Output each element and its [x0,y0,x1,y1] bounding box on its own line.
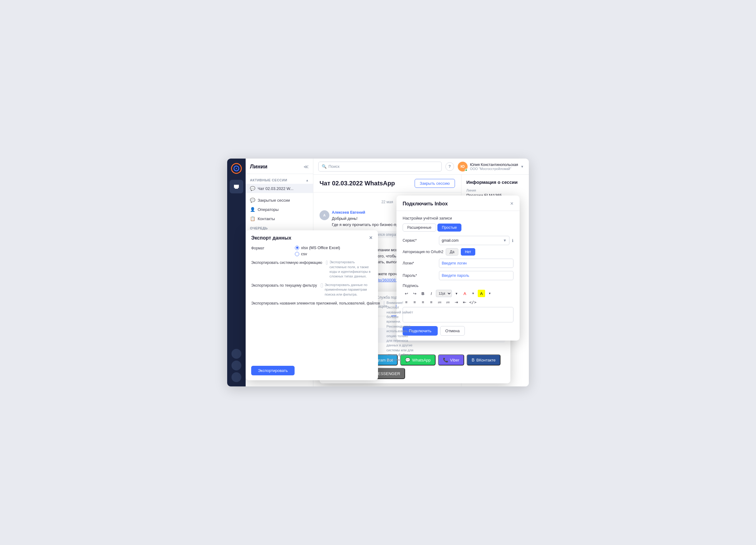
user-details: Юлия Константинопольская ООО "Мосгосстро… [470,163,518,171]
password-label: Пароль* [403,273,436,278]
redo-button[interactable]: ↪ [411,290,418,297]
operators-icon: 👤 [250,207,255,212]
sidebar-item-lines[interactable] [230,180,243,193]
signature-label: Подпись [403,283,513,288]
svg-point-2 [236,168,237,169]
left-panel-title: Линии [250,163,267,170]
export-modal-close[interactable]: × [369,235,372,241]
chat-title: Чат 02.03.2022 WhatsApp [320,180,395,187]
oauth-toggle: Да Нет [446,248,475,256]
online-dot [465,169,468,172]
system-info-checkbox[interactable] [326,260,328,265]
chevron-small-icon[interactable]: ▼ [469,290,477,297]
login-placeholder: Введите логин [442,261,467,265]
viber-icon: 📞 [443,357,448,362]
inbox-modal[interactable]: Подключить Inbox × Настройки учётной зап… [396,196,520,341]
service-row: Сервис* gmail.com ▼ ℹ [403,236,513,245]
font-color-button[interactable]: A [461,290,468,297]
export-modal-title: Экспорт данных [251,235,291,241]
messenger-btn-viber[interactable]: 📞 Viber [438,354,464,365]
outdent-button[interactable]: ⇤ [461,298,468,306]
highlight-button[interactable]: A [478,290,485,297]
password-placeholder: Введите пароль [442,273,469,278]
current-filter-hint: Экспортировать данные по применённым пар… [325,283,372,297]
avatar: Ю [458,162,468,172]
tab-advanced[interactable]: Расширенные [403,224,436,232]
user-info[interactable]: Ю Юлия Константинопольская ООО "Мосгосст… [458,162,524,172]
format-xlsx[interactable]: xlsx (MS Office Excel) [295,245,340,250]
format-options: xlsx (MS Office Excel) csv [295,245,340,256]
system-info-options: Экспортировать системные поля, а также к… [326,260,372,279]
names-options: Внимание! Экспорт названий займёт больше… [384,301,414,362]
service-field[interactable]: gmail.com ▼ [439,236,509,245]
bold-button[interactable]: B [419,290,427,297]
editor-second-row: ≡ ≡ ≡ ≡ ≔ ≔ ⇥ ⇤ </> [403,298,513,306]
indent-button[interactable]: ⇥ [452,298,460,306]
inbox-modal-header: Подключить Inbox × [396,196,520,211]
chat-icon: 💬 [250,186,255,191]
names-checkbox[interactable] [384,301,384,305]
ul-button[interactable]: ≔ [436,298,443,306]
align-right-button[interactable]: ≡ [419,298,427,306]
operators-label: Операторы [258,207,279,212]
service-info-icon: ℹ [512,238,513,243]
format-csv[interactable]: csv [295,252,340,256]
messenger-btn-vk[interactable]: В ВКонтакте [467,354,501,365]
font-size-select[interactable]: 12pt [436,290,452,297]
password-row: Пароль* Введите пароль [403,271,513,280]
closed-sessions-icon: 💬 [250,198,255,203]
sidebar-avatar-group [231,349,241,382]
user-company: ООО "Мосгосстройломай" [470,167,518,171]
contacts-item[interactable]: 📋 Контакты [246,214,313,223]
contacts-label: Контакты [258,216,275,221]
highlight-chevron-icon[interactable]: ▼ [486,290,493,297]
chevron-down-icon[interactable]: ▼ [453,290,460,297]
help-button[interactable]: ? [445,162,454,171]
inbox-modal-close[interactable]: × [510,200,513,207]
password-field[interactable]: Введите пароль [439,271,513,280]
left-panel-header: Линии ≪ [246,159,313,174]
cancel-button[interactable]: Отмена [440,326,465,336]
names-label: Экспортировать названия элементов прилож… [251,301,380,305]
chat-item-0[interactable]: 💬 Чат 02.03.2022 W... [246,184,313,193]
user-chevron-icon: ▼ [521,165,524,168]
inbox-tab-row: Расширенные Простые [403,224,513,232]
chat-header: Чат 02.03.2022 WhatsApp Закрыть сессию [313,175,461,192]
active-sessions-section: Активные сессии ▲ 💬 Чат 02.03.2022 W... [246,174,313,196]
undo-button[interactable]: ↩ [403,290,410,297]
vk-icon: В [472,357,474,362]
oauth-row: Авторизация по OAuth2 Да Нет [403,248,513,256]
login-field[interactable]: Введите логин [439,259,513,268]
active-sessions-chevron: ▲ [306,179,309,182]
italic-button[interactable]: I [428,290,435,297]
search-box[interactable]: 🔍 Поиск [318,162,442,172]
operators-item[interactable]: 👤 Операторы [246,205,313,214]
tab-simple[interactable]: Простые [437,224,462,232]
system-info-row: Экспортировать системную информацию Эксп… [251,260,372,279]
ol-button[interactable]: ≔ [444,298,452,306]
editor-area[interactable] [403,307,513,322]
export-button[interactable]: Экспортировать [251,366,295,375]
collapse-button[interactable]: ≪ [304,164,309,170]
oauth-yes[interactable]: Да [446,248,458,256]
oauth-no[interactable]: Нет [461,248,475,256]
current-filter-checkbox[interactable] [321,283,323,288]
names-row: Экспортировать названия элементов прилож… [251,301,372,362]
current-filter-options: Экспортировать данные по применённым пар… [321,283,372,297]
contacts-icon: 📋 [250,216,255,221]
export-btn-row: Экспортировать [246,366,378,375]
close-session-button[interactable]: Закрыть сессию [415,179,455,188]
export-modal[interactable]: Экспорт данных × Формат xlsx (MS Office … [246,230,378,380]
radio-xlsx [295,246,299,250]
session-line-label: Линия [466,188,524,192]
closed-sessions-item[interactable]: 💬 Закрытые сессии [246,196,313,205]
queue-label: Очередь [250,226,268,230]
active-sessions-header[interactable]: Активные сессии ▲ [246,176,313,184]
names-hint: Внимание! Экспорт названий займёт больше… [387,301,414,362]
export-format-row: Формат xlsx (MS Office Excel) csv [251,245,372,256]
search-icon: 🔍 [322,164,327,169]
system-info-label: Экспортировать системную информацию [251,260,322,265]
code-button[interactable]: </> [469,298,477,306]
logo[interactable] [231,163,242,175]
justify-button[interactable]: ≡ [428,298,435,306]
